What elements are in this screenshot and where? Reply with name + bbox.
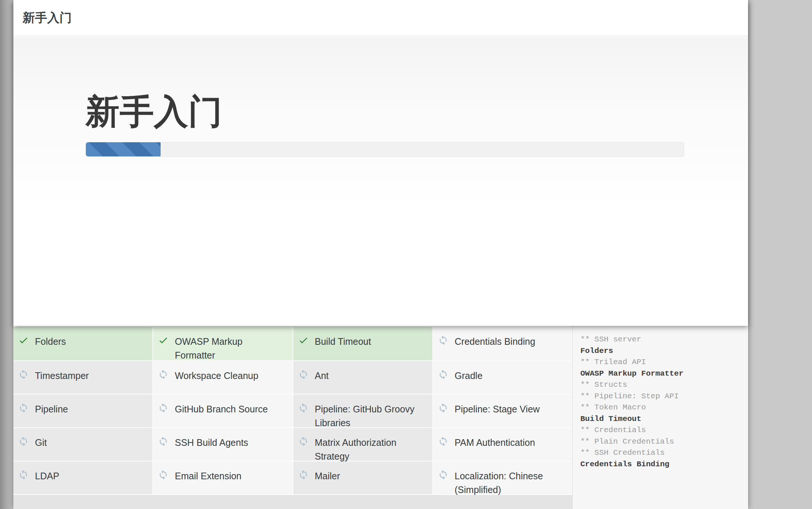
plugin-cell: SSH Build Agents (153, 428, 292, 461)
dialog-title: 新手入门 (23, 10, 72, 26)
install-log-line: ** Plain Credentials (580, 436, 744, 448)
sync-icon (298, 436, 309, 447)
plugin-name: Email Extension (153, 461, 292, 483)
plugin-cell: Folders (13, 327, 152, 360)
sync-icon (18, 369, 29, 380)
dialog-header: 新手入门 (13, 0, 748, 36)
plugin-name: Localization: Chinese (Simplified) (433, 461, 572, 497)
plugin-name: PAM Authentication (433, 428, 572, 450)
plugin-grid: Folders OWASP Markup Formatter Build Tim… (13, 327, 572, 494)
plugin-name: Pipeline (13, 395, 152, 416)
plugin-cell: LDAP (13, 461, 152, 494)
plugin-name: Pipeline: Stage View (433, 395, 572, 416)
plugin-name: SSH Build Agents (153, 428, 292, 450)
install-progress-bar (86, 142, 684, 157)
plugin-cell: GitHub Branch Source (153, 395, 292, 427)
plugin-cell: Timestamper (13, 361, 152, 394)
sync-icon (18, 470, 29, 480)
screen: Folders OWASP Markup Formatter Build Tim… (0, 0, 812, 509)
sync-icon (438, 436, 448, 447)
plugin-cell: Credentials Binding (433, 327, 572, 360)
install-log-line: ** Credentials (580, 425, 744, 436)
check-icon (298, 335, 309, 346)
install-log-line: Folders (580, 346, 744, 357)
plugin-name: Git (13, 428, 152, 450)
install-log-line: ** SSH Credentials (580, 447, 744, 459)
plugin-cell: Mailer (293, 461, 432, 494)
plugin-name: Credentials Binding (433, 327, 572, 348)
sync-icon (298, 403, 309, 413)
sync-icon (158, 470, 168, 480)
plugin-cell: Pipeline: GitHub Groovy Libraries (293, 395, 432, 427)
sync-icon (298, 470, 309, 480)
plugin-cell: Pipeline: Stage View (433, 395, 572, 427)
plugin-cell: Build Timeout (293, 327, 432, 360)
install-log-line: Build Timeout (580, 414, 744, 425)
plugin-cell: OWASP Markup Formatter (153, 327, 292, 360)
plugin-name: Timestamper (13, 361, 152, 383)
plugin-cell: Email Extension (153, 461, 292, 494)
sync-icon (438, 369, 448, 380)
sync-icon (158, 369, 168, 380)
plugin-name: Matrix Authorization Strategy (293, 428, 432, 463)
sync-icon (438, 470, 448, 480)
plugin-name: GitHub Branch Source (153, 395, 292, 416)
plugin-name: Workspace Cleanup (153, 361, 292, 383)
plugin-name: LDAP (13, 461, 152, 483)
plugin-name: Pipeline: GitHub Groovy Libraries (293, 395, 432, 430)
sync-icon (18, 436, 29, 447)
plugin-cell: Ant (293, 361, 432, 394)
plugin-cell: Pipeline (13, 395, 152, 427)
page-left-gutter (0, 0, 13, 509)
plugin-name: OWASP Markup Formatter (153, 327, 292, 362)
sync-icon (158, 403, 168, 413)
panel-footer (13, 495, 572, 509)
sync-icon (158, 436, 168, 447)
sync-icon (18, 403, 29, 413)
plugin-name: Ant (293, 361, 432, 383)
sync-icon (438, 335, 448, 346)
check-icon (158, 335, 168, 346)
install-log-line: ** Trilead API (580, 357, 744, 368)
plugin-name: Build Timeout (293, 327, 432, 348)
sync-icon (298, 369, 309, 380)
plugin-name: Folders (13, 327, 152, 348)
plugin-name: Mailer (293, 461, 432, 483)
plugin-cell: Localization: Chinese (Simplified) (433, 461, 572, 494)
install-log-line: ** Pipeline: Step API (580, 391, 744, 402)
plugin-cell: Git (13, 428, 152, 461)
install-log-line: ** SSH server (580, 334, 744, 346)
install-log-line: ** Structs (580, 379, 744, 391)
install-log-line: OWASP Markup Formatter (580, 368, 744, 380)
install-log: ** SSH serverFolders** Trilead APIOWASP … (572, 326, 748, 509)
getting-started-dialog: 新手入门 新手入门 (13, 0, 748, 326)
setup-wizard-page: Folders OWASP Markup Formatter Build Tim… (13, 0, 748, 509)
plugin-cell: PAM Authentication (433, 428, 572, 461)
sync-icon (438, 403, 448, 413)
plugin-name: Gradle (433, 361, 572, 383)
plugin-cell: Gradle (433, 361, 572, 394)
install-log-line: Credentials Binding (580, 459, 744, 470)
install-progress-fill (86, 142, 161, 156)
plugin-cell: Matrix Authorization Strategy (293, 428, 432, 461)
plugin-cell: Workspace Cleanup (153, 361, 292, 394)
dialog-body: 新手入门 (13, 37, 748, 326)
check-icon (18, 335, 29, 346)
install-log-line: ** Token Macro (580, 402, 744, 414)
page-title: 新手入门 (86, 92, 222, 132)
